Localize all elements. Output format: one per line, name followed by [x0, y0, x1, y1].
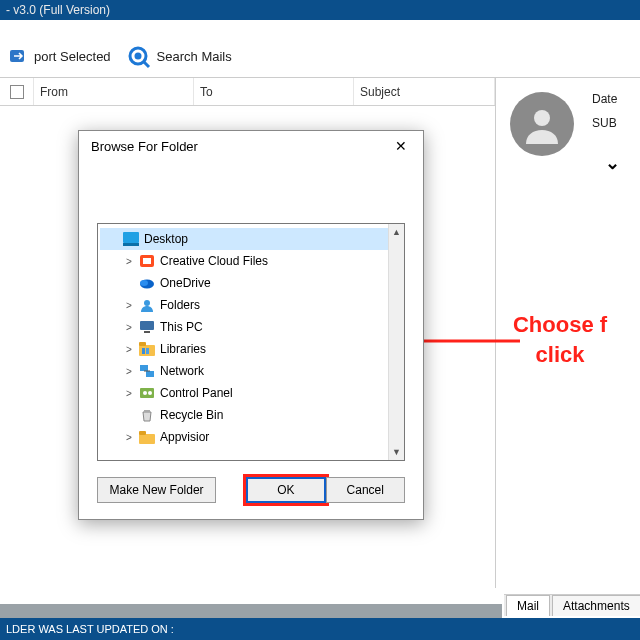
- cpanel-icon: [138, 385, 156, 401]
- search-mails-label: Search Mails: [157, 49, 232, 64]
- recycle-icon: [138, 407, 156, 423]
- tree-node-label: Network: [160, 364, 204, 378]
- svg-point-13: [144, 300, 150, 306]
- tab-mail[interactable]: Mail: [506, 595, 550, 616]
- expander-icon[interactable]: >: [122, 388, 136, 399]
- user-icon: [138, 297, 156, 313]
- expander-icon[interactable]: >: [122, 366, 136, 377]
- tree-node-appvisior[interactable]: >Appvisior: [100, 426, 402, 448]
- export-icon: [8, 47, 28, 67]
- expander-icon[interactable]: >: [122, 344, 136, 355]
- tree-node-label: This PC: [160, 320, 203, 334]
- tree-node-label: Recycle Bin: [160, 408, 223, 422]
- search-icon: [127, 45, 151, 69]
- svg-point-3: [134, 52, 141, 59]
- tree-node-libraries[interactable]: >Libraries: [100, 338, 402, 360]
- scroll-up-icon[interactable]: ▲: [389, 224, 404, 240]
- svg-point-25: [148, 391, 152, 395]
- tree-scrollbar[interactable]: ▲ ▼: [388, 224, 404, 460]
- desktop-icon: [122, 231, 140, 247]
- svg-rect-15: [144, 331, 150, 333]
- dialog-buttons: Make New Folder OK Cancel: [97, 475, 405, 505]
- tree-node-label: Appvisior: [160, 430, 209, 444]
- svg-rect-26: [144, 410, 150, 412]
- expander-icon[interactable]: >: [122, 432, 136, 443]
- header-to[interactable]: To: [194, 78, 354, 105]
- export-selected-button[interactable]: port Selected: [0, 43, 119, 71]
- header-checkbox-col[interactable]: [0, 78, 34, 105]
- dialog-close-button[interactable]: ✕: [387, 135, 415, 157]
- header-from[interactable]: From: [34, 78, 194, 105]
- tree-node-label: Libraries: [160, 342, 206, 356]
- svg-rect-14: [140, 321, 154, 330]
- svg-rect-28: [139, 431, 146, 435]
- avatar: [510, 92, 574, 156]
- tree-node-label: Control Panel: [160, 386, 233, 400]
- preview-date-label: Date: [592, 92, 617, 106]
- annotation-line2: click: [480, 340, 640, 370]
- preview-meta: Date SUB: [592, 92, 617, 140]
- svg-rect-10: [143, 258, 151, 264]
- toolbar: port Selected Search Mails: [0, 36, 640, 78]
- svg-rect-18: [142, 348, 145, 354]
- svg-point-4: [534, 110, 550, 126]
- svg-rect-21: [146, 371, 154, 377]
- svg-point-12: [140, 280, 148, 286]
- preview-subject-label: SUB: [592, 116, 617, 130]
- search-mails-button[interactable]: Search Mails: [119, 41, 240, 73]
- tree-node-control-panel[interactable]: >Control Panel: [100, 382, 402, 404]
- svg-rect-27: [139, 434, 155, 444]
- tree-node-label: OneDrive: [160, 276, 211, 290]
- tree-node-network[interactable]: >Network: [100, 360, 402, 382]
- folder-icon: [138, 429, 156, 445]
- preview-tabs: Mail Attachments: [504, 594, 640, 616]
- tree-node-label: Creative Cloud Files: [160, 254, 268, 268]
- cancel-button[interactable]: Cancel: [326, 477, 405, 503]
- tree-node-folders[interactable]: >Folders: [100, 294, 402, 316]
- title-suffix: - v3.0 (Full Version): [6, 3, 110, 17]
- tree-node-creative-cloud-files[interactable]: >Creative Cloud Files: [100, 250, 402, 272]
- svg-rect-19: [146, 348, 149, 354]
- header-checkbox[interactable]: [10, 85, 24, 99]
- scroll-down-icon[interactable]: ▼: [389, 444, 404, 460]
- expander-icon[interactable]: >: [122, 256, 136, 267]
- folder-tree: Desktop>Creative Cloud FilesOneDrive>Fol…: [97, 223, 405, 461]
- tree-node-onedrive[interactable]: OneDrive: [100, 272, 402, 294]
- tab-attachments[interactable]: Attachments: [552, 595, 640, 616]
- onedrive-icon: [138, 275, 156, 291]
- dialog-title: Browse For Folder: [91, 139, 198, 154]
- tree-node-this-pc[interactable]: >This PC: [100, 316, 402, 338]
- svg-rect-20: [140, 365, 148, 371]
- svg-point-24: [143, 391, 147, 395]
- browse-folder-dialog: Browse For Folder ✕ Desktop>Creative Clo…: [78, 130, 424, 520]
- export-selected-label: port Selected: [34, 49, 111, 64]
- grid-header: From To Subject: [0, 78, 495, 106]
- svg-rect-7: [123, 232, 139, 243]
- make-new-folder-button[interactable]: Make New Folder: [97, 477, 216, 503]
- ok-button[interactable]: OK: [246, 477, 325, 503]
- close-icon: ✕: [395, 138, 407, 154]
- svg-rect-17: [139, 342, 146, 346]
- ccloud-icon: [138, 253, 156, 269]
- expander-icon[interactable]: >: [122, 300, 136, 311]
- svg-rect-8: [123, 243, 139, 246]
- status-bar: LDER WAS LAST UPDATED ON :: [0, 618, 640, 640]
- svg-line-2: [144, 62, 149, 67]
- tree-node-recycle-bin[interactable]: Recycle Bin: [100, 404, 402, 426]
- tree-node-label: Folders: [160, 298, 200, 312]
- expander-icon[interactable]: >: [122, 322, 136, 333]
- grid-scrollbar[interactable]: [0, 604, 502, 618]
- chevron-down-icon[interactable]: ⌄: [605, 152, 620, 174]
- pc-icon: [138, 319, 156, 335]
- title-bar: - v3.0 (Full Version): [0, 0, 640, 20]
- tree-node-desktop[interactable]: Desktop: [100, 228, 402, 250]
- header-subject[interactable]: Subject: [354, 78, 495, 105]
- tree-node-label: Desktop: [144, 232, 188, 246]
- dialog-title-bar[interactable]: Browse For Folder ✕: [79, 131, 423, 161]
- network-icon: [138, 363, 156, 379]
- status-text: LDER WAS LAST UPDATED ON :: [6, 623, 174, 635]
- annotation-text: Choose f click: [480, 310, 640, 369]
- libraries-icon: [138, 341, 156, 357]
- annotation-line1: Choose f: [480, 310, 640, 340]
